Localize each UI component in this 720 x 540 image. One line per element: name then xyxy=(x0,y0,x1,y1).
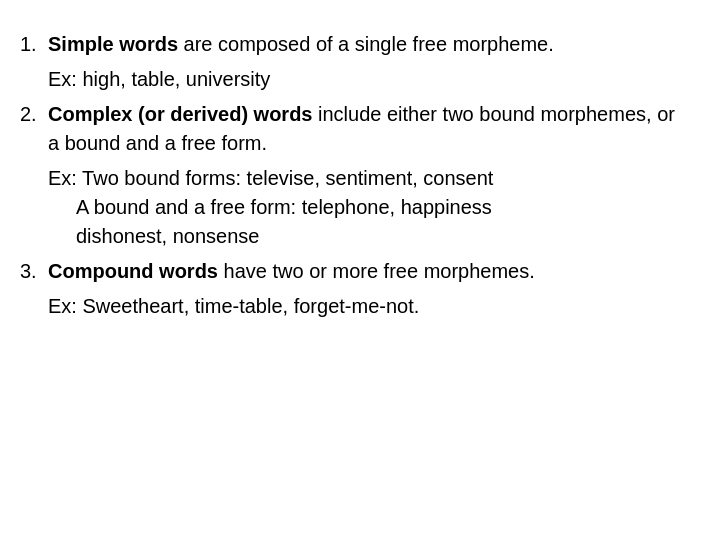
item-1-example: Ex: high, table, university xyxy=(20,65,690,94)
item-2-ex2-text: A bound and a free form: telephone, happ… xyxy=(76,196,492,218)
item-3-number: 3. xyxy=(20,257,48,286)
item-2-bold: Complex (or derived) words xyxy=(48,103,313,125)
item-3-ex1-text: Ex: Sweetheart, time-table, forget-me-no… xyxy=(48,295,419,317)
item-3-bold: Compound words xyxy=(48,260,218,282)
item-1-text: Simple words are composed of a single fr… xyxy=(48,30,690,59)
item-2-ex3-text: dishonest, nonsense xyxy=(76,225,259,247)
item-2-ex3: dishonest, nonsense xyxy=(20,222,690,251)
item-1-ex-text: Ex: high, table, university xyxy=(48,68,270,90)
item-1-number: 1. xyxy=(20,30,48,59)
item-3: 3. Compound words have two or more free … xyxy=(20,257,690,286)
item-2-ex2: A bound and a free form: telephone, happ… xyxy=(20,193,690,222)
item-1-bold: Simple words xyxy=(48,33,178,55)
item-2: 2. Complex (or derived) words include ei… xyxy=(20,100,690,158)
item-2-text: Complex (or derived) words include eithe… xyxy=(48,100,690,158)
item-3-ex1: Ex: Sweetheart, time-table, forget-me-no… xyxy=(20,292,690,321)
item-3-rest: have two or more free morphemes. xyxy=(218,260,535,282)
item-2-ex1: Ex: Two bound forms: televise, sentiment… xyxy=(20,164,690,193)
item-3-text: Compound words have two or more free mor… xyxy=(48,257,690,286)
item-2-number: 2. xyxy=(20,100,48,129)
item-1-rest: are composed of a single free morpheme. xyxy=(178,33,554,55)
item-1: 1. Simple words are composed of a single… xyxy=(20,30,690,59)
item-2-ex1-text: Ex: Two bound forms: televise, sentiment… xyxy=(48,167,493,189)
main-content: 1. Simple words are composed of a single… xyxy=(20,30,690,321)
